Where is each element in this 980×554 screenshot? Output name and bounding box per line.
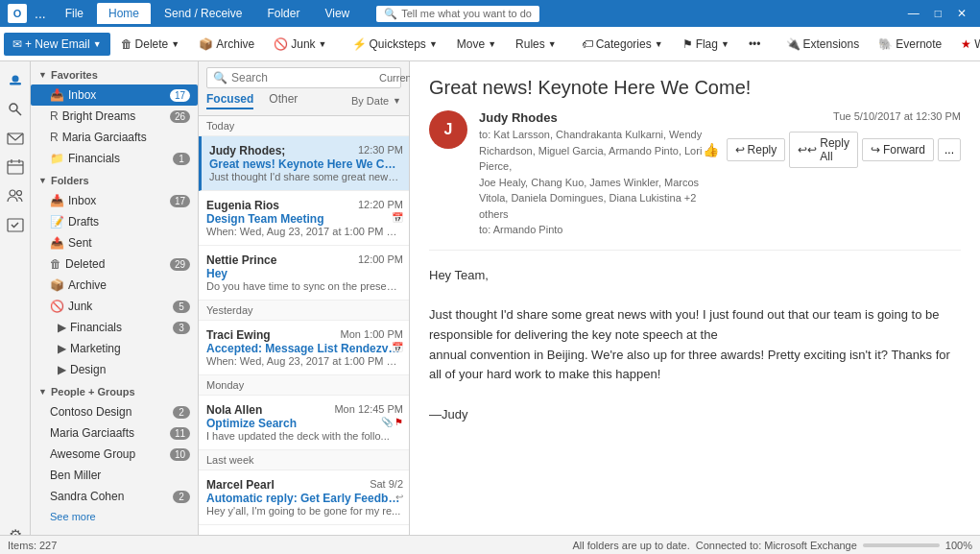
favorites-label: Favorites [51,69,98,81]
reply-button[interactable]: ↩ Reply [727,138,786,161]
tab-home[interactable]: Home [97,3,151,24]
evernote-button[interactable]: 🐘 Evernote [870,33,950,56]
sidebar-item-sent[interactable]: 📤 Sent [31,232,198,253]
app-icon: O [8,4,27,23]
deleted-label: Deleted [65,257,166,271]
sidebar-item-maria2[interactable]: Maria Garciaafts 11 [31,422,198,444]
sidebar-item-maria[interactable]: R Maria Garciaafts [31,127,198,148]
sidebar-item-financials[interactable]: 📁 Financials 1 [31,148,198,169]
maria2-count: 11 [170,427,190,440]
zoom-slider[interactable] [863,543,940,547]
reply-icon: ↩ [395,492,403,502]
svg-line-3 [16,110,21,115]
sidebar-item-archive[interactable]: 📦 Archive [31,275,198,296]
email-item-judy[interactable]: Judy Rhodes; Great news! Keynote Here We… [199,136,409,191]
status-right: All folders are up to date. Connected to… [572,540,972,551]
email-item-nola1[interactable]: Nola Allen Optimize Search I have update… [199,396,409,450]
inbox-label: Inbox [68,88,166,102]
archive-button[interactable]: 📦 Archive [190,33,263,56]
evernote-label: Evernote [896,37,942,51]
nav-mail-icon[interactable] [4,127,27,150]
wunderlist-button[interactable]: ★ Wunderlist ▼ [952,33,980,56]
tab-view[interactable]: View [313,3,361,24]
sidebar-item-folder-inbox[interactable]: 📥 Inbox 17 [31,190,198,211]
more-button[interactable]: ••• [740,33,770,56]
folders-header[interactable]: ▼ Folders [31,171,198,190]
financials2-label: Financials [70,321,169,334]
email-item-marcel[interactable]: Marcel Pearl Automatic reply: Get Early … [199,470,409,525]
delete-button[interactable]: 🗑 Delete ▼ [112,33,189,56]
tab-file[interactable]: File [54,3,95,24]
flag-icon: ⚑ [682,37,693,51]
flag-label: Flag [696,37,718,51]
nav-icons: ⚙ [0,61,31,554]
search-input[interactable] [231,71,375,84]
favorites-header[interactable]: ▼ Favorites [31,65,198,84]
flag-button[interactable]: ⚑ Flag ▼ [674,33,738,56]
email-item-traci1[interactable]: Traci Ewing Accepted: Message List Rende… [199,321,409,375]
sidebar: ▼ Favorites 📥 Inbox 17 R Bright Dreams 2… [31,61,199,554]
nav-search-icon[interactable] [4,98,27,121]
by-date-label[interactable]: By Date [351,95,389,107]
see-more-link[interactable]: See more [31,507,198,526]
window-controls: — □ ✕ [902,5,972,22]
email-subject-nettie: Hey [206,267,401,280]
sidebar-item-ben[interactable]: Ben Miller [31,465,198,486]
sidebar-item-bright-dreams[interactable]: R Bright Dreams 26 [31,106,198,127]
sidebar-item-financials2[interactable]: ▶ Financials 3 [31,317,198,338]
categories-button[interactable]: 🏷 Categories ▼ [573,33,672,56]
search-bar[interactable]: 🔍 Current Mailbox [206,67,401,88]
sidebar-item-awesome[interactable]: Awesome Group 10 [31,444,198,465]
nav-people-icon[interactable] [4,184,27,207]
title-bar-left: O ... File Home Send / Receive Folder Vi… [8,3,539,24]
more-actions-button[interactable]: ... [938,138,961,161]
nav-tasks-icon[interactable] [4,213,27,236]
junk-count: 5 [173,301,190,313]
delete-icon: 🗑 [121,37,132,51]
minimize-btn[interactable]: — [902,5,925,22]
reply-all-button[interactable]: ↩↩ Reply All [789,132,858,168]
extensions-button[interactable]: 🔌 Extensions [777,33,869,56]
detail-sender-name: Judy Rhodes [479,110,703,125]
awesome-label: Awesome Group [50,447,166,461]
sidebar-item-deleted[interactable]: 🗑 Deleted 29 [31,253,198,275]
title-dots[interactable]: ... [35,6,46,21]
people-groups-section: ▼ People + Groups Contoso Design 2 Maria… [31,382,198,526]
svg-rect-1 [10,83,21,85]
move-button[interactable]: Move ▼ [448,33,505,56]
chevron-down-icon: ▼ [488,39,496,49]
nav-calendar-icon[interactable] [4,156,27,179]
tab-send-receive[interactable]: Send / Receive [153,3,253,24]
email-item-eugenia[interactable]: Eugenia Rios Design Team Meeting When: W… [199,191,409,246]
other-tab[interactable]: Other [269,92,298,109]
close-btn[interactable]: ✕ [951,5,972,22]
sidebar-item-contoso[interactable]: Contoso Design 2 [31,401,198,422]
zoom-level: 100% [945,540,972,551]
rules-button[interactable]: Rules ▼ [507,33,565,56]
sync-status: All folders are up to date. [572,540,689,551]
extensions-icon: 🔌 [786,37,801,51]
sidebar-item-marketing[interactable]: ▶ Marketing [31,338,198,359]
body-sign: —Judy [429,405,961,425]
new-email-button[interactable]: ✉ + New Email ▼ [4,33,110,56]
email-subject-judy: Great news! Keynote Here We Come! [209,157,401,171]
people-groups-header[interactable]: ▼ People + Groups [31,382,198,401]
junk-label: Junk [68,300,169,313]
sidebar-item-design[interactable]: ▶ Design [31,359,198,380]
sidebar-item-junk[interactable]: 🚫 Junk 5 [31,296,198,317]
tell-me-bar[interactable]: 🔍 Tell me what you want to do [376,6,539,22]
email-item-nettie[interactable]: Nettie Prince Hey Do you have time to sy… [199,246,409,301]
junk-button[interactable]: 🚫 Junk ▼ [265,33,335,56]
group-monday: Monday [199,375,409,396]
forward-button[interactable]: ↪ Forward [862,138,934,161]
quicksteps-button[interactable]: ⚡ Quicksteps ▼ [344,33,446,56]
folder-inbox-icon: 📥 [50,194,64,207]
focused-tab[interactable]: Focused [206,92,253,109]
maximize-btn[interactable]: □ [929,5,947,22]
tab-folder[interactable]: Folder [255,3,311,24]
sidebar-item-drafts[interactable]: 📝 Drafts [31,211,198,232]
detail-time: Tue 5/10/2017 at 12:30 PM [833,110,961,122]
nav-home-icon[interactable] [4,69,27,92]
sidebar-item-sandra[interactable]: Sandra Cohen 2 [31,486,198,507]
sidebar-item-inbox[interactable]: 📥 Inbox 17 [31,84,198,106]
